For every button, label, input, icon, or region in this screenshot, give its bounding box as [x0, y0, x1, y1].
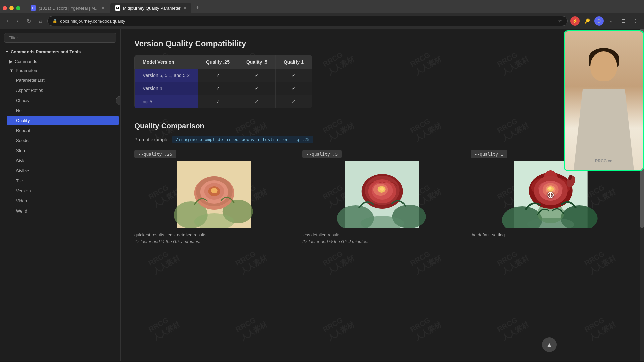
table-cell-v1-q5: ✓ — [238, 69, 275, 82]
quality-badge-025: --quality .25 — [134, 150, 294, 158]
table-cell-version2: Version 4 — [135, 82, 198, 95]
home-button[interactable]: ⌂ — [36, 17, 45, 25]
scroll-to-top-button[interactable]: ▲ — [542, 337, 557, 352]
quality-card-025: --quality .25 — [134, 150, 294, 245]
tab-mj-label: Midjourney Quality Parameter — [123, 6, 181, 11]
table-cell-v3-q1: ✓ — [275, 95, 312, 108]
table-cell-version1: Version 5, 5.1, and 5.2 — [135, 69, 198, 82]
sidebar-subgroup-commands: ▶ Commands — [5, 57, 120, 66]
chevron-down-icon-params: ▼ — [9, 68, 14, 73]
peony-svg-025 — [134, 161, 294, 228]
secure-icon: 🔒 — [52, 19, 57, 23]
new-tab-button[interactable]: + — [193, 3, 203, 13]
extension-icon-1[interactable]: ⚡ — [570, 16, 580, 26]
section2-title: Quality Comparison — [134, 122, 631, 130]
sidebar-item-weird[interactable]: Weird — [7, 206, 119, 216]
extension-icon-2[interactable]: 🔑 — [582, 16, 592, 26]
section1-title: Version Quality Compatibility — [134, 39, 631, 48]
tab-discord-close[interactable]: ✕ — [101, 6, 104, 10]
prompt-label: Prompt example: — [134, 137, 170, 142]
window-controls — [3, 6, 20, 10]
sidebar-item-video[interactable]: Video — [7, 196, 119, 206]
sidebar-item-parameter-list[interactable]: Parameter List — [7, 75, 119, 85]
table-cell-v1-q25: ✓ — [198, 69, 238, 82]
peony-svg-05 — [302, 161, 462, 228]
tab-mj-close[interactable]: ✕ — [183, 6, 186, 10]
prompt-example: Prompt example: /imagine prompt detailed… — [134, 136, 631, 143]
sidebar-item-aspect-ratios[interactable]: Aspect Ratios — [7, 85, 119, 95]
sidebar-item-repeat[interactable]: Repeat — [7, 126, 119, 135]
url-bar[interactable]: 🔒 docs.midjourney.com/docs/quality ☆ — [47, 16, 568, 26]
quality-image-05 — [302, 161, 462, 228]
tab-discord-label: (1311) Discord | #general | M... — [39, 6, 99, 11]
extension-icon-4[interactable]: ⬦ — [606, 16, 616, 26]
quality-desc-1: the default setting — [471, 232, 631, 238]
extension-icon-5[interactable]: ☰ — [619, 16, 628, 26]
minimize-window-button[interactable] — [9, 6, 14, 10]
tab-discord[interactable]: D (1311) Discord | #general | M... ✕ — [26, 3, 109, 13]
sidebar: ▼ Commands Parameters and Tools ▶ Comman… — [0, 29, 121, 361]
cursor-icon: ⊕ — [547, 189, 554, 200]
quality-desc-sub-025: 4× faster and ¼ the GPU minutes. — [134, 239, 200, 244]
sidebar-subgroup-commands-header[interactable]: ▶ Commands — [5, 57, 120, 66]
sidebar-item-chaos[interactable]: Chaos — [7, 96, 119, 105]
forward-button[interactable]: › — [14, 17, 21, 25]
sidebar-item-stylize[interactable]: Stylize — [7, 166, 119, 176]
table-header-q25: Quality .25 — [198, 55, 238, 69]
quality-image-025 — [134, 161, 294, 228]
video-person-bg: RRCG.cn — [565, 31, 643, 170]
person-head — [590, 51, 617, 81]
back-button[interactable]: ‹ — [4, 17, 11, 25]
mj-favicon: M — [115, 5, 120, 11]
table-cell-v2-q5: ✓ — [238, 82, 275, 95]
sidebar-parameters-label: Parameters — [16, 68, 38, 73]
table-cell-v2-q25: ✓ — [198, 82, 238, 95]
sidebar-subgroup-parameters: ▼ Parameters Parameter List Aspect Ratio… — [5, 66, 120, 216]
refresh-button[interactable]: ↻ — [24, 17, 34, 26]
sidebar-item-stop[interactable]: Stop — [7, 146, 119, 156]
person-body — [574, 89, 634, 170]
quality-desc-main-1: the default setting — [471, 232, 631, 238]
quality-image-1: ⊕ — [471, 161, 631, 228]
sidebar-filter-input[interactable] — [4, 33, 116, 43]
table-cell-v3-q5: ✓ — [238, 95, 275, 108]
chevron-right-icon: ▶ — [9, 59, 13, 64]
sidebar-item-tile[interactable]: Tile — [7, 176, 119, 186]
table-cell-version3: niji 5 — [135, 95, 198, 108]
sidebar-commands-label: Commands — [15, 59, 37, 64]
close-window-button[interactable] — [3, 6, 7, 10]
chevron-down-icon: ▼ — [5, 50, 9, 54]
table-header-q5: Quality .5 — [238, 55, 275, 69]
nav-icons: ⚡ 🔑 D ⬦ ☰ ⋮ — [570, 16, 640, 26]
main-area: ▼ Commands Parameters and Tools ▶ Comman… — [0, 29, 644, 361]
sidebar-item-seeds[interactable]: Seeds — [7, 136, 119, 145]
sidebar-item-no[interactable]: No — [7, 106, 119, 115]
quality-badge-label-1: --quality 1 — [471, 150, 507, 158]
sidebar-item-version[interactable]: Version — [7, 186, 119, 196]
quality-grid: --quality .25 — [134, 150, 631, 245]
table-row: Version 4 ✓ ✓ ✓ — [135, 82, 312, 95]
table-header-q1: Quality 1 — [275, 55, 312, 69]
sidebar-group-commands-params: ▼ Commands Parameters and Tools ▶ Comman… — [0, 47, 120, 216]
discord-favicon: D — [31, 5, 36, 11]
table-row: Version 5, 5.1, and 5.2 ✓ ✓ ✓ — [135, 69, 312, 82]
sidebar-subgroup-parameters-header[interactable]: ▼ Parameters — [5, 66, 120, 75]
quality-desc-05: less detailed results 2× faster and ½ th… — [302, 232, 462, 245]
sidebar-group-header-main[interactable]: ▼ Commands Parameters and Tools — [0, 47, 120, 57]
quality-badge-05: --quality .5 — [302, 150, 462, 158]
sidebar-item-quality[interactable]: Quality — [7, 116, 119, 125]
video-overlay: RRCG.cn — [564, 30, 644, 171]
table-cell-v3-q25: ✓ — [198, 95, 238, 108]
quality-badge-label-05: --quality .5 — [302, 150, 342, 158]
table-row: niji 5 ✓ ✓ ✓ — [135, 95, 312, 108]
browser-chrome: D (1311) Discord | #general | M... ✕ M M… — [0, 0, 644, 29]
sidebar-item-style[interactable]: Style — [7, 156, 119, 166]
extension-icon-3[interactable]: D — [594, 16, 604, 26]
tab-mj[interactable]: M Midjourney Quality Parameter ✕ — [110, 3, 191, 13]
bookmark-icon[interactable]: ☆ — [558, 18, 562, 24]
url-text: docs.midjourney.com/docs/quality — [60, 19, 555, 24]
sidebar-group-label-main: Commands Parameters and Tools — [11, 49, 81, 54]
extension-icon-6[interactable]: ⋮ — [631, 16, 640, 26]
maximize-window-button[interactable] — [16, 6, 20, 10]
quality-desc-main-025: quickest results, least detailed results — [134, 232, 294, 238]
